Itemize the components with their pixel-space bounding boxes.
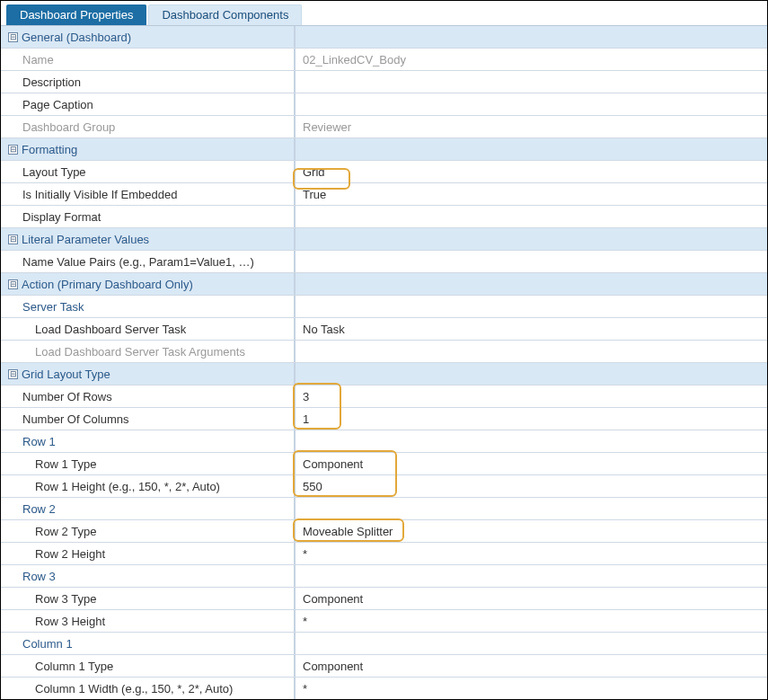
prop-label: Row 1 Height (e.g., 150, *, 2*, Auto) <box>35 480 220 493</box>
sub-header-row1[interactable]: Row 1 <box>1 430 767 453</box>
sub-header-row3[interactable]: Row 3 <box>1 565 767 588</box>
collapse-icon[interactable]: ⊟ <box>8 279 18 289</box>
prop-label: Name Value Pairs (e.g., Param1=Value1, …… <box>22 255 254 269</box>
prop-label: Description <box>22 75 81 89</box>
prop-row-row3-height[interactable]: Row 3 Height * <box>1 610 767 633</box>
property-grid: ⊟ General (Dashboard) Name 02_LinkedCV_B… <box>1 25 767 700</box>
prop-value: * <box>303 682 307 696</box>
tab-dashboard-properties[interactable]: Dashboard Properties <box>6 4 146 25</box>
prop-row-num-cols[interactable]: Number Of Columns 1 <box>1 408 767 430</box>
sub-title: Column 1 <box>22 637 73 651</box>
prop-row-row1-height[interactable]: Row 1 Height (e.g., 150, *, 2*, Auto) 55… <box>1 475 767 498</box>
prop-label: Row 2 Height <box>35 547 105 561</box>
sub-title: Server Task <box>22 300 84 314</box>
prop-label: Is Initially Visible If Embedded <box>22 188 177 201</box>
prop-row-load-task[interactable]: Load Dashboard Server Task No Task <box>1 318 767 341</box>
sub-header-row2[interactable]: Row 2 <box>1 498 767 520</box>
prop-label: Row 3 Height <box>35 615 105 628</box>
collapse-icon[interactable]: ⊟ <box>8 235 18 244</box>
prop-row-row2-height[interactable]: Row 2 Height * <box>1 543 767 565</box>
tab-dashboard-components[interactable]: Dashboard Components <box>148 4 302 25</box>
prop-row-initially-visible[interactable]: Is Initially Visible If Embedded True <box>1 183 767 206</box>
tab-bar: Dashboard Properties Dashboard Component… <box>1 1 767 25</box>
prop-row-description[interactable]: Description <box>1 71 767 93</box>
prop-value: Grid <box>303 165 325 179</box>
prop-row-display-format[interactable]: Display Format <box>1 206 767 228</box>
sub-title: Row 3 <box>22 570 56 583</box>
group-title: Grid Layout Type <box>22 368 110 381</box>
prop-value: 02_LinkedCV_Body <box>303 53 406 66</box>
prop-value: Reviewer <box>303 120 351 134</box>
prop-label: Load Dashboard Server Task Arguments <box>35 345 245 359</box>
prop-row-layout-type[interactable]: Layout Type Grid <box>1 161 767 183</box>
sub-header-server-task[interactable]: Server Task <box>1 296 767 318</box>
prop-value: No Task <box>303 323 345 336</box>
prop-label: Layout Type <box>22 165 86 179</box>
prop-value: * <box>303 615 307 628</box>
prop-row-load-task-args[interactable]: Load Dashboard Server Task Arguments <box>1 341 767 363</box>
prop-row-page-caption[interactable]: Page Caption <box>1 93 767 116</box>
property-panel: Dashboard Properties Dashboard Component… <box>0 0 768 700</box>
prop-row-num-rows[interactable]: Number Of Rows 3 <box>1 385 767 408</box>
prop-label: Row 2 Type <box>35 525 96 538</box>
prop-value: * <box>303 547 307 561</box>
prop-row-row1-type[interactable]: Row 1 Type Component <box>1 453 767 475</box>
prop-row-name[interactable]: Name 02_LinkedCV_Body <box>1 49 767 71</box>
prop-row-col1-type[interactable]: Column 1 Type Component <box>1 655 767 678</box>
group-header-general[interactable]: ⊟ General (Dashboard) <box>1 26 767 49</box>
sub-title: Row 1 <box>22 435 56 448</box>
prop-label: Column 1 Type <box>35 660 113 673</box>
prop-row-dashboard-group[interactable]: Dashboard Group Reviewer <box>1 116 767 138</box>
sub-title: Row 2 <box>22 502 56 516</box>
group-header-action[interactable]: ⊟ Action (Primary Dashboard Only) <box>1 273 767 296</box>
prop-label: Number Of Rows <box>22 390 112 403</box>
prop-value: Moveable Splitter <box>303 525 393 538</box>
prop-row-name-value-pairs[interactable]: Name Value Pairs (e.g., Param1=Value1, …… <box>1 251 767 273</box>
prop-value: 3 <box>303 390 309 403</box>
prop-label: Number Of Columns <box>22 412 128 426</box>
prop-label: Page Caption <box>22 98 93 111</box>
group-title: General (Dashboard) <box>22 31 131 44</box>
group-header-formatting[interactable]: ⊟ Formatting <box>1 138 767 161</box>
prop-label: Display Format <box>22 210 101 224</box>
prop-row-row2-type[interactable]: Row 2 Type Moveable Splitter <box>1 520 767 543</box>
prop-label: Dashboard Group <box>22 120 115 134</box>
group-title: Literal Parameter Values <box>22 233 149 246</box>
sub-header-col1[interactable]: Column 1 <box>1 633 767 655</box>
prop-label: Column 1 Width (e.g., 150, *, 2*, Auto) <box>35 682 233 696</box>
prop-value: Component <box>303 660 363 673</box>
prop-label: Name <box>22 53 54 66</box>
group-header-grid-layout[interactable]: ⊟ Grid Layout Type <box>1 363 767 385</box>
collapse-icon[interactable]: ⊟ <box>8 32 18 42</box>
group-title: Formatting <box>22 143 77 156</box>
prop-label: Load Dashboard Server Task <box>35 323 186 336</box>
prop-label: Row 1 Type <box>35 457 96 471</box>
group-header-literal[interactable]: ⊟ Literal Parameter Values <box>1 228 767 251</box>
prop-value: 1 <box>303 412 309 426</box>
collapse-icon[interactable]: ⊟ <box>8 145 18 155</box>
prop-value: Component <box>303 457 363 471</box>
prop-row-row3-type[interactable]: Row 3 Type Component <box>1 588 767 610</box>
prop-label: Row 3 Type <box>35 592 96 606</box>
prop-value: 550 <box>303 480 322 493</box>
prop-value: True <box>303 188 326 201</box>
prop-value: Component <box>303 592 363 606</box>
group-title: Action (Primary Dashboard Only) <box>22 278 193 291</box>
collapse-icon[interactable]: ⊟ <box>8 369 18 379</box>
prop-row-col1-width[interactable]: Column 1 Width (e.g., 150, *, 2*, Auto) … <box>1 678 767 700</box>
